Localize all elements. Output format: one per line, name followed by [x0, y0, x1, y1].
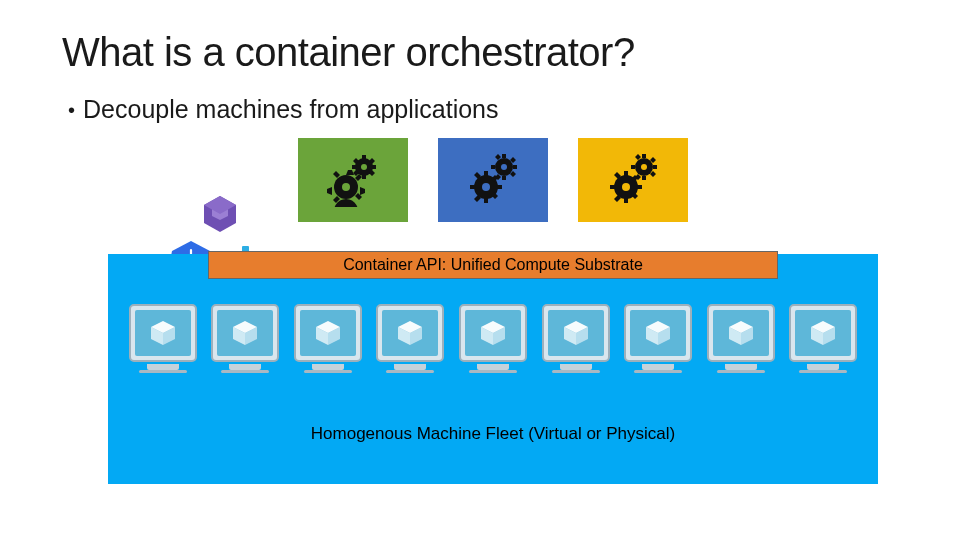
- cube-icon: [230, 318, 260, 348]
- svg-point-3: [361, 164, 367, 170]
- bullet-dot-icon: •: [68, 100, 75, 120]
- app-box-blue: [438, 138, 548, 222]
- cube-icon: [643, 318, 673, 348]
- monitor-icon: [624, 304, 692, 362]
- cube-icon: [808, 318, 838, 348]
- cube-icon: [726, 318, 756, 348]
- monitor-base: [221, 370, 269, 373]
- svg-point-5: [482, 183, 490, 191]
- machine-fleet-row: [108, 304, 878, 373]
- monitor-base: [386, 370, 434, 373]
- machine-icon: [127, 304, 199, 373]
- application-row: [298, 138, 688, 222]
- gears-icon: [466, 153, 520, 207]
- monitor-icon: [542, 304, 610, 362]
- machine-icon: [457, 304, 529, 373]
- machine-icon: [705, 304, 777, 373]
- bullet-point: • Decouple machines from applications: [68, 95, 924, 124]
- container-api-bar: Container API: Unified Compute Substrate: [208, 251, 778, 279]
- app-box-green: [298, 138, 408, 222]
- monitor-icon: [459, 304, 527, 362]
- cube-icon: [395, 318, 425, 348]
- gears-icon: [326, 153, 380, 207]
- app-box-amber: [578, 138, 688, 222]
- machine-icon: [540, 304, 612, 373]
- svg-point-1: [342, 183, 350, 191]
- api-bar-label: Container API: Unified Compute Substrate: [343, 256, 643, 273]
- machine-icon: [209, 304, 281, 373]
- monitor-icon: [211, 304, 279, 362]
- compute-substrate: Container API: Unified Compute Substrate…: [108, 254, 878, 484]
- monitor-base: [634, 370, 682, 373]
- machine-icon: [787, 304, 859, 373]
- machine-icon: [292, 304, 364, 373]
- monitor-base: [139, 370, 187, 373]
- monitor-icon: [376, 304, 444, 362]
- monitor-icon: [789, 304, 857, 362]
- monitor-base: [552, 370, 600, 373]
- bullet-text: Decouple machines from applications: [83, 95, 499, 124]
- svg-point-9: [622, 183, 630, 191]
- monitor-base: [469, 370, 517, 373]
- cube-icon: [561, 318, 591, 348]
- gears-icon: [606, 153, 660, 207]
- svg-point-7: [501, 164, 507, 170]
- monitor-icon: [707, 304, 775, 362]
- monitor-icon: [294, 304, 362, 362]
- machine-icon: [374, 304, 446, 373]
- cube-icon: [313, 318, 343, 348]
- monitor-base: [717, 370, 765, 373]
- slide-title: What is a container orchestrator?: [62, 30, 924, 75]
- cube-icon: [148, 318, 178, 348]
- diagram: Container API: Unified Compute Substrate…: [62, 138, 924, 508]
- cube-icon: [478, 318, 508, 348]
- machine-icon: [622, 304, 694, 373]
- nomos-icon: [196, 194, 244, 242]
- monitor-base: [799, 370, 847, 373]
- fleet-label: Homogenous Machine Fleet (Virtual or Phy…: [108, 424, 878, 444]
- svg-point-11: [641, 164, 647, 170]
- monitor-icon: [129, 304, 197, 362]
- monitor-base: [304, 370, 352, 373]
